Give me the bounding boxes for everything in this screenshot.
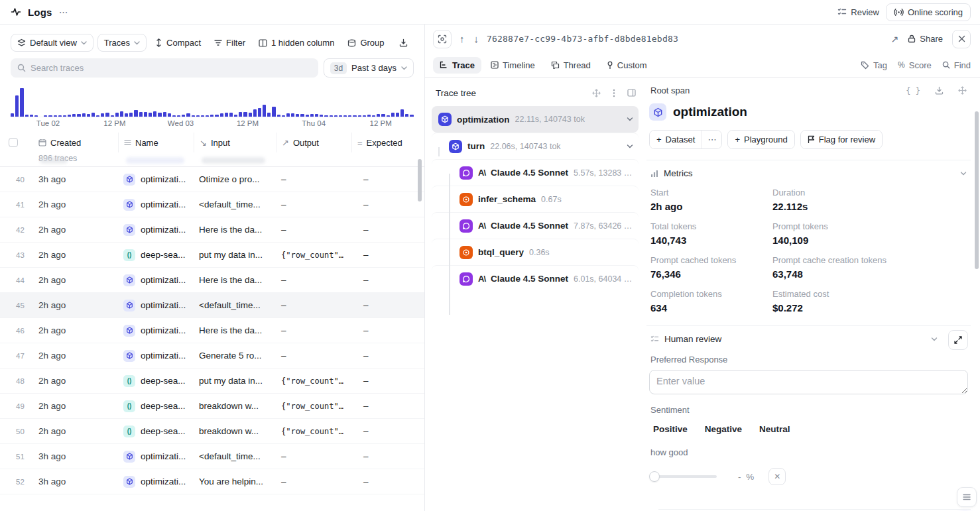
input-cell: Here is the da... — [194, 275, 276, 285]
tree-node-claude-4-5-sonnet[interactable]: A\Claude 4.5 Sonnet5.57s, 13283 tok — [432, 159, 639, 186]
histogram-bar — [87, 114, 90, 117]
table-row[interactable]: 482h ago()deep-sea...put my data in...{"… — [0, 369, 424, 394]
trace-histogram[interactable]: Tue 0212 PMWed 0312 PMThu 0412 PM — [0, 78, 424, 129]
table-row[interactable]: 472h agooptimizati...Generate 5 ro...–– — [0, 343, 424, 369]
filter-button[interactable]: Filter — [210, 34, 250, 51]
scrolled-row-ghost — [0, 157, 424, 165]
prev-trace-button[interactable]: ↑ — [458, 32, 466, 46]
export-button[interactable] — [395, 35, 412, 50]
review-button[interactable]: Review — [837, 7, 879, 17]
histogram-bar — [258, 108, 261, 117]
table-row[interactable]: 422h agooptimizati...Here is the da...–– — [0, 217, 424, 243]
clear-score-button[interactable]: ✕ — [768, 468, 786, 485]
column-header-expected[interactable]: = Expected — [351, 133, 424, 152]
sentiment-option-negative[interactable]: Negative — [705, 424, 742, 434]
name-cell: ()deep-sea... — [118, 426, 194, 437]
histogram-bar — [267, 113, 271, 117]
score-button[interactable]: % Score — [898, 60, 932, 70]
tree-node-claude-4-5-sonnet[interactable]: A\Claude 4.5 Sonnet6.01s, 64034 tok — [432, 265, 639, 292]
kebab-menu-icon[interactable] — [613, 89, 615, 97]
histogram-bar — [353, 115, 356, 117]
filter-icon — [214, 39, 222, 46]
panel-layout-icon[interactable] — [627, 89, 636, 97]
span-cube-icon — [123, 224, 135, 236]
column-header-created[interactable]: Created — [33, 133, 118, 152]
tree-node-turn[interactable]: turn22.06s, 140743 tok — [432, 133, 639, 159]
add-to-dataset-button[interactable]: + Dataset — [650, 131, 702, 148]
floating-menu-button[interactable] — [957, 487, 977, 507]
tree-node-btql-query[interactable]: btql_query0.36s — [432, 239, 639, 265]
move-icon[interactable] — [592, 89, 601, 97]
human-review-section-header[interactable]: Human review — [649, 326, 968, 352]
view-selector[interactable]: Default view — [11, 34, 93, 52]
tab-custom[interactable]: Custom — [600, 57, 654, 74]
close-panel-button[interactable] — [952, 30, 971, 48]
table-row[interactable]: 432h ago()deep-sea...put my data in...{"… — [0, 243, 424, 268]
tree-node-infer-schema[interactable]: infer_schema0.67s — [432, 186, 639, 212]
table-row[interactable]: 513h agooptimizati...<default_time...–– — [0, 444, 424, 469]
dataset-more-button[interactable]: ⋯ — [702, 131, 721, 148]
table-row[interactable]: 442h agooptimizati...Here is the da...–– — [0, 268, 424, 293]
expand-review-button[interactable] — [948, 330, 968, 350]
span-cube-icon — [649, 103, 666, 121]
table-row[interactable]: 523h agooptimizati...You are helpin...–– — [0, 469, 424, 494]
select-all-checkbox[interactable] — [9, 138, 18, 147]
move-icon[interactable] — [958, 86, 967, 95]
online-scoring-button[interactable]: Online scoring — [886, 3, 971, 21]
tree-node-optimization[interactable]: optimization22.11s, 140743 tok — [432, 106, 639, 133]
traces-selector[interactable]: Traces — [97, 34, 147, 52]
axis-tick-label: 12 PM — [370, 119, 392, 127]
compact-toggle[interactable]: Compact — [151, 34, 206, 51]
find-button[interactable]: Find — [942, 60, 971, 70]
left-scrollbar[interactable] — [418, 159, 422, 201]
preferred-response-input[interactable] — [649, 370, 968, 394]
name-cell: optimizati... — [118, 325, 194, 337]
histogram-bar — [72, 114, 76, 117]
tree-connector — [438, 147, 440, 156]
download-icon[interactable] — [935, 86, 944, 95]
focus-trace-button[interactable] — [433, 30, 452, 48]
metrics-section-header[interactable]: Metrics — [649, 160, 968, 186]
next-trace-button[interactable]: ↓ — [473, 32, 481, 46]
sentiment-option-neutral[interactable]: Neutral — [759, 424, 790, 434]
page-menu-button[interactable]: ⋯ — [59, 7, 68, 17]
slider-thumb[interactable] — [649, 471, 660, 482]
json-braces-icon[interactable]: { } — [906, 86, 920, 95]
share-button[interactable]: Share — [908, 34, 943, 44]
arrow-up-right-icon: ↗ — [282, 138, 289, 148]
date-range-selector[interactable]: 3d Past 3 days — [324, 58, 414, 78]
tree-node-claude-4-5-sonnet[interactable]: A\Claude 4.5 Sonnet7.87s, 63426 tok — [432, 212, 639, 239]
table-row[interactable]: 492h ago()deep-sea...breakdown w...{"row… — [0, 394, 424, 419]
expected-cell: – — [351, 199, 424, 209]
histogram-bar — [77, 114, 80, 117]
group-button[interactable]: Group — [343, 34, 389, 51]
histogram-bar — [92, 113, 95, 117]
row-number: 45 — [0, 302, 33, 310]
table-row[interactable]: 403h agooptimizati...Otimize o pro...–– — [0, 167, 424, 192]
flag-for-review-button[interactable]: Flag for review — [801, 131, 882, 148]
table-row[interactable]: 452h agooptimizati...<default_time...–– — [0, 293, 424, 318]
tab-timeline[interactable]: Timeline — [484, 57, 542, 74]
search-input[interactable] — [31, 63, 312, 73]
column-header-name[interactable]: Name — [118, 133, 194, 152]
tab-trace[interactable]: Trace — [433, 57, 481, 74]
right-scrollbar[interactable] — [975, 111, 979, 269]
table-row[interactable]: 502h ago()deep-sea...breakdown w...{"row… — [0, 419, 424, 444]
table-row[interactable]: 412h agooptimizati...<default_time...–– — [0, 192, 424, 217]
score-slider[interactable] — [650, 475, 717, 478]
chevron-down-icon[interactable] — [627, 117, 633, 121]
histogram-bar — [410, 115, 413, 117]
output-cell: {"row_count":... — [276, 427, 351, 436]
hidden-columns-button[interactable]: 1 hidden column — [254, 34, 339, 51]
tab-thread[interactable]: Thread — [544, 57, 597, 74]
open-external-icon[interactable]: ↗ — [891, 34, 899, 44]
output-cell: – — [276, 174, 351, 184]
column-header-output[interactable]: ↗ Output — [276, 133, 351, 152]
chevron-down-icon[interactable] — [627, 144, 633, 148]
add-to-playground-button[interactable]: + Playground — [728, 131, 794, 148]
created-cell: 2h ago — [33, 250, 118, 260]
sentiment-option-positive[interactable]: Positive — [653, 424, 688, 434]
table-row[interactable]: 462h agooptimizati...Here is the da...–– — [0, 318, 424, 343]
tag-button[interactable]: Tag — [861, 60, 887, 70]
column-header-input[interactable]: ↘ Input — [194, 133, 276, 152]
